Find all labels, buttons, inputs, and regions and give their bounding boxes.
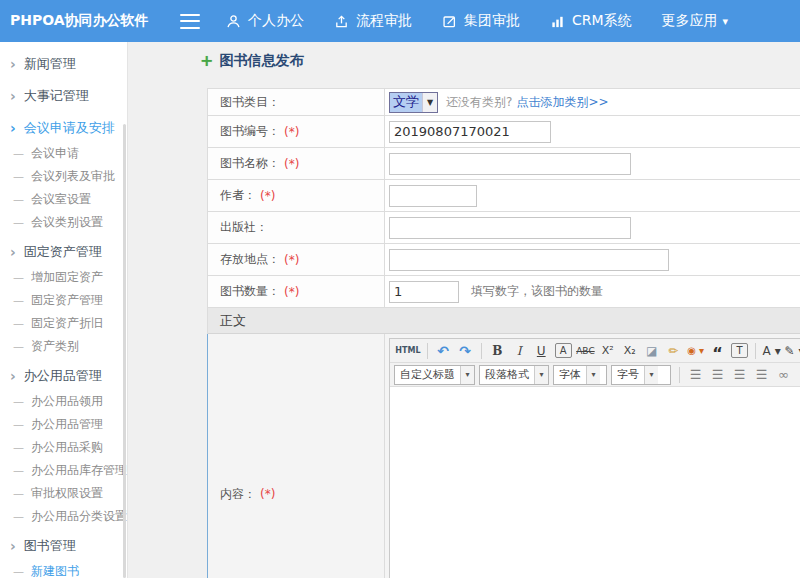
editor-content[interactable] [390, 387, 800, 578]
chevron-right-icon: › [10, 120, 16, 136]
publisher-input[interactable] [389, 217, 631, 239]
sidebar-item-meeting-list-approval[interactable]: — 会议列表及审批 [0, 165, 127, 188]
sidebar-item-meeting-management[interactable]: › 会议申请及安排 [0, 113, 127, 142]
strikethrough-button[interactable]: ABC [575, 341, 596, 360]
nav-process-approval[interactable]: 流程审批 [334, 12, 412, 30]
dash-icon: — [13, 216, 24, 229]
dash-icon: — [13, 294, 24, 307]
font-size-select[interactable]: 字号 ▾ [611, 365, 671, 385]
text-color-palette-button[interactable]: ◉ ▾ [685, 341, 706, 360]
sidebar-item-supplies-category-settings[interactable]: — 办公用品分类设置 [0, 505, 127, 528]
sidebar-scrollbar[interactable] [123, 124, 126, 578]
highlight-color-button[interactable]: ✎ ▾ [783, 341, 800, 360]
required-mark: (*) [284, 125, 299, 139]
align-left-button[interactable]: ☰ [685, 365, 706, 384]
user-icon [226, 14, 241, 29]
toolbar-separator [481, 343, 482, 359]
sidebar-item-supplies-inventory[interactable]: — 办公用品库存管理 [0, 459, 127, 482]
toolbar-separator [427, 343, 428, 359]
dash-icon: — [13, 147, 24, 160]
quantity-label: 图书数量： [220, 283, 280, 300]
sidebar-item-fixed-assets-management[interactable]: › 固定资产管理 [0, 237, 127, 266]
paragraph-format-select[interactable]: 段落格式 ▾ [479, 365, 549, 385]
author-input[interactable] [389, 185, 477, 207]
sidebar-item-new-book[interactable]: — 新建图书 [0, 560, 127, 578]
nav-crm-system[interactable]: CRM系统 [550, 12, 632, 30]
sidebar-item-asset-category[interactable]: — 资产类别 [0, 335, 127, 358]
sidebar-item-fixed-asset-management[interactable]: — 固定资产管理 [0, 289, 127, 312]
format-brush-button[interactable]: ✏ [663, 341, 684, 360]
font-family-select-value: 字体 [559, 367, 581, 382]
sidebar-item-label: 新闻管理 [24, 55, 76, 73]
underline-button[interactable]: U [531, 341, 552, 360]
font-color-button[interactable]: A ▾ [761, 341, 782, 360]
remove-format-button[interactable]: ◪ [641, 341, 662, 360]
category-hint: 还没有类别? [446, 94, 512, 111]
sidebar-item-label: 办公用品管理 [24, 367, 102, 385]
blockquote-button[interactable]: “ [707, 341, 728, 360]
paragraph-format-select-value: 段落格式 [485, 367, 529, 382]
paste-plain-button[interactable]: T [731, 343, 748, 358]
sidebar-item-events-management[interactable]: › 大事记管理 [0, 81, 127, 110]
dash-icon: — [13, 271, 24, 284]
font-family-select[interactable]: 字体 ▾ [553, 365, 607, 385]
sidebar-item-label: 办公用品库存管理 [31, 462, 127, 479]
italic-button[interactable]: I [509, 341, 530, 360]
font-border-button[interactable]: A [555, 343, 572, 358]
dash-icon: — [13, 317, 24, 330]
sidebar-item-meeting-category-settings[interactable]: — 会议类别设置 [0, 211, 127, 234]
undo-button[interactable]: ↶ [433, 341, 454, 360]
sidebar-item-news-management[interactable]: › 新闻管理 [0, 49, 127, 78]
sidebar-item-label: 审批权限设置 [31, 485, 103, 502]
redo-button[interactable]: ↷ [455, 341, 476, 360]
form-row-author: 作者： (*) [208, 180, 800, 212]
menu-toggle-icon[interactable] [180, 14, 200, 29]
select-caret-icon: ▾ [460, 366, 474, 384]
category-label: 图书类目： [220, 94, 280, 111]
html-source-button[interactable]: HTML [394, 341, 422, 360]
dash-icon: — [13, 565, 24, 578]
custom-title-select[interactable]: 自定义标题 ▾ [394, 365, 475, 385]
sidebar-item-book-management[interactable]: › 图书管理 [0, 531, 127, 560]
sidebar-item-label: 办公用品分类设置 [31, 508, 127, 525]
sidebar-item-add-fixed-asset[interactable]: — 增加固定资产 [0, 266, 127, 289]
align-center-button[interactable]: ☰ [707, 365, 728, 384]
toolbar-separator [755, 343, 756, 359]
align-right-button[interactable]: ☰ [729, 365, 750, 384]
book-no-input[interactable] [389, 121, 551, 143]
sidebar-item-fixed-asset-depreciation[interactable]: — 固定资产折旧 [0, 312, 127, 335]
sidebar-item-label: 会议室设置 [31, 191, 91, 208]
body-section-header: 正文 [208, 308, 800, 334]
sidebar-item-approval-permission-settings[interactable]: — 审批权限设置 [0, 482, 127, 505]
nav-label: 流程审批 [356, 12, 412, 30]
sidebar-item-supplies-management[interactable]: — 办公用品管理 [0, 413, 127, 436]
nav-personal-office[interactable]: 个人办公 [226, 12, 304, 30]
bold-button[interactable]: B [487, 341, 508, 360]
subscript-button[interactable]: X₂ [619, 341, 640, 360]
quantity-input[interactable] [389, 281, 459, 303]
add-category-link[interactable]: 点击添加类别>> [516, 94, 608, 111]
superscript-button[interactable]: X² [597, 341, 618, 360]
bar-chart-icon [550, 14, 565, 29]
add-icon: + [200, 54, 213, 68]
nav-more-apps[interactable]: 更多应用 ▾ [662, 12, 729, 30]
sidebar-item-supplies-purchase[interactable]: — 办公用品采购 [0, 436, 127, 459]
author-label: 作者： [220, 187, 256, 204]
required-mark: (*) [284, 285, 299, 299]
sidebar-item-label: 会议申请 [31, 145, 79, 162]
custom-title-select-value: 自定义标题 [400, 367, 455, 382]
sidebar-item-office-supplies-management[interactable]: › 办公用品管理 [0, 361, 127, 390]
location-input[interactable] [389, 249, 669, 271]
category-select[interactable]: 文学 ▼ [389, 92, 438, 113]
rich-text-editor: HTML ↶ ↷ B I U A ABC X² X₂ ◪ ✏ [389, 338, 800, 578]
book-name-input[interactable] [389, 153, 631, 175]
link-button[interactable]: ∞ [773, 365, 794, 384]
sidebar-item-label: 会议列表及审批 [31, 168, 115, 185]
unlink-button[interactable]: ∞ [795, 365, 800, 384]
sidebar-item-meeting-apply[interactable]: — 会议申请 [0, 142, 127, 165]
top-nav: 个人办公 流程审批 集团审批 CRM系统 更多应用 ▾ [226, 12, 758, 30]
sidebar-item-supplies-receive[interactable]: — 办公用品领用 [0, 390, 127, 413]
align-justify-button[interactable]: ☰ [751, 365, 772, 384]
nav-group-approval[interactable]: 集团审批 [442, 12, 520, 30]
sidebar-item-meeting-room-settings[interactable]: — 会议室设置 [0, 188, 127, 211]
